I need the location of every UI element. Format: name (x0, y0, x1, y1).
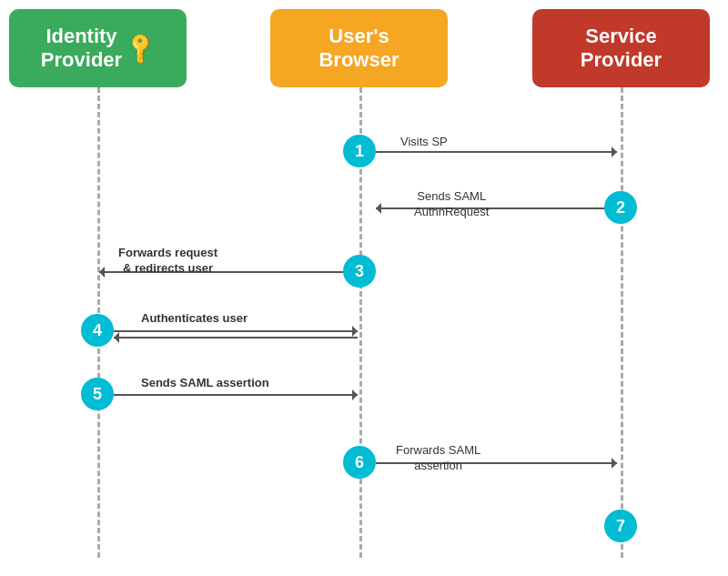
step-4-arrow-left (114, 337, 358, 339)
step-2-label: Sends SAMLAuthnRequest (414, 189, 489, 220)
step-1-arrow (376, 151, 617, 153)
step-3-label: Forwards request& redirects user (118, 246, 217, 277)
sp-header-box: ServiceProvider (532, 9, 710, 87)
sp-label: ServiceProvider (581, 25, 662, 73)
step-3-circle: 3 (343, 255, 376, 288)
browser-header-box: User'sBrowser (270, 9, 448, 87)
sp-dashed-line (621, 87, 623, 558)
step-5-label: Sends SAML assertion (141, 376, 269, 391)
step-5-circle: 5 (81, 378, 114, 410)
step-1-label: Visits SP (400, 135, 448, 150)
idp-header-box: IdentityProvider 🔑 (9, 9, 187, 87)
key-icon: 🔑 (122, 29, 160, 67)
step-2-arrow (376, 207, 604, 209)
step-7-circle: 7 (604, 510, 637, 542)
idp-label: IdentityProvider (41, 25, 122, 73)
step-4-arrow-right (114, 330, 358, 332)
step-1-circle: 1 (343, 135, 376, 167)
step-6-circle: 6 (343, 446, 376, 479)
saml-diagram: IdentityProvider 🔑 User'sBrowser Service… (0, 0, 728, 576)
browser-label: User'sBrowser (318, 25, 399, 73)
step-4-circle: 4 (81, 314, 114, 347)
step-5-arrow (114, 394, 358, 396)
step-6-label: Forwards SAMLassertion (396, 443, 480, 474)
step-2-circle: 2 (604, 191, 637, 224)
step-4-label: Authenticates user (141, 311, 248, 327)
